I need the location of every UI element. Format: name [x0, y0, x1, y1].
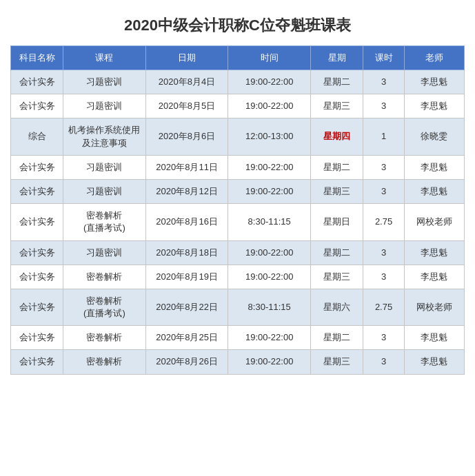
- cell-hours: 3: [363, 240, 405, 265]
- cell-time: 19:00-22:00: [228, 70, 311, 94]
- cell-time: 19:00-22:00: [228, 240, 311, 265]
- cell-teacher: 李思魁: [404, 70, 464, 94]
- cell-time: 19:00-22:00: [228, 94, 311, 118]
- cell-time: 8:30-11:15: [228, 289, 311, 325]
- cell-weekday: 星期日: [311, 204, 363, 240]
- cell-course: 习题密训: [63, 94, 146, 118]
- cell-time: 12:00-13:00: [228, 118, 311, 155]
- cell-hours: 1: [363, 118, 405, 155]
- header-teacher: 老师: [404, 46, 464, 70]
- table-row: 会计实务密卷解析2020年8月19日19:00-22:00星期三3李思魁: [11, 265, 465, 289]
- cell-subject: 会计实务: [11, 94, 63, 118]
- header-time: 时间: [228, 46, 311, 70]
- table-row: 会计实务习题密训2020年8月11日19:00-22:00星期二3李思魁: [11, 155, 465, 179]
- cell-course: 习题密训: [63, 155, 146, 179]
- cell-subject: 会计实务: [11, 179, 63, 203]
- cell-date: 2020年8月16日: [145, 204, 228, 240]
- cell-hours: 3: [363, 179, 405, 203]
- cell-weekday: 星期三: [311, 265, 363, 289]
- cell-teacher: 李思魁: [404, 155, 464, 179]
- table-row: 会计实务密卷解析 (直播考试)2020年8月16日8:30-11:15星期日2.…: [11, 204, 465, 240]
- cell-time: 19:00-22:00: [228, 179, 311, 203]
- schedule-table: 科目名称 课程 日期 时间 星期 课时 老师 会计实务习题密训2020年8月4日…: [10, 45, 465, 375]
- page-title: 2020中级会计职称C位夺魁班课表: [10, 7, 465, 45]
- cell-subject: 会计实务: [11, 240, 63, 265]
- cell-hours: 3: [363, 94, 405, 118]
- header-date: 日期: [145, 46, 228, 70]
- header-hours: 课时: [363, 46, 405, 70]
- cell-subject: 会计实务: [11, 289, 63, 325]
- cell-course: 习题密训: [63, 179, 146, 203]
- cell-subject: 会计实务: [11, 70, 63, 94]
- cell-teacher: 李思魁: [404, 240, 464, 265]
- cell-date: 2020年8月6日: [145, 118, 228, 155]
- cell-course: 密卷解析: [63, 326, 146, 350]
- cell-time: 19:00-22:00: [228, 326, 311, 350]
- cell-teacher: 李思魁: [404, 265, 464, 289]
- table-row: 会计实务密卷解析 (直播考试)2020年8月22日8:30-11:15星期六2.…: [11, 289, 465, 325]
- cell-date: 2020年8月4日: [145, 70, 228, 94]
- cell-date: 2020年8月12日: [145, 179, 228, 203]
- cell-course: 密卷解析 (直播考试): [63, 204, 146, 240]
- cell-time: 19:00-22:00: [228, 350, 311, 374]
- header-course: 课程: [63, 46, 146, 70]
- cell-date: 2020年8月25日: [145, 326, 228, 350]
- cell-teacher: 网校老师: [404, 289, 464, 325]
- cell-hours: 3: [363, 265, 405, 289]
- cell-teacher: 徐晓雯: [404, 118, 464, 155]
- cell-weekday: 星期三: [311, 94, 363, 118]
- cell-course: 密卷解析: [63, 265, 146, 289]
- cell-hours: 3: [363, 326, 405, 350]
- table-header-row: 科目名称 课程 日期 时间 星期 课时 老师: [11, 46, 465, 70]
- header-weekday: 星期: [311, 46, 363, 70]
- cell-date: 2020年8月11日: [145, 155, 228, 179]
- table-row: 会计实务习题密训2020年8月18日19:00-22:00星期二3李思魁: [11, 240, 465, 265]
- cell-weekday: 星期二: [311, 240, 363, 265]
- cell-time: 8:30-11:15: [228, 204, 311, 240]
- cell-course: 密卷解析: [63, 350, 146, 374]
- cell-date: 2020年8月26日: [145, 350, 228, 374]
- cell-subject: 会计实务: [11, 265, 63, 289]
- cell-weekday: 星期三: [311, 350, 363, 374]
- cell-time: 19:00-22:00: [228, 265, 311, 289]
- table-row: 会计实务习题密训2020年8月4日19:00-22:00星期二3李思魁: [11, 70, 465, 94]
- cell-time: 19:00-22:00: [228, 155, 311, 179]
- cell-weekday: 星期六: [311, 289, 363, 325]
- cell-hours: 2.75: [363, 289, 405, 325]
- cell-course: 习题密训: [63, 70, 146, 94]
- cell-course: 机考操作系统使用及注意事项: [63, 118, 146, 155]
- cell-hours: 3: [363, 70, 405, 94]
- cell-course: 习题密训: [63, 240, 146, 265]
- cell-weekday: 星期二: [311, 70, 363, 94]
- cell-teacher: 网校老师: [404, 204, 464, 240]
- header-subject: 科目名称: [11, 46, 63, 70]
- cell-hours: 2.75: [363, 204, 405, 240]
- cell-weekday: 星期三: [311, 179, 363, 203]
- cell-teacher: 李思魁: [404, 179, 464, 203]
- cell-teacher: 李思魁: [404, 94, 464, 118]
- cell-date: 2020年8月22日: [145, 289, 228, 325]
- cell-course: 密卷解析 (直播考试): [63, 289, 146, 325]
- table-row: 会计实务密卷解析2020年8月25日19:00-22:00星期二3李思魁: [11, 326, 465, 350]
- cell-weekday: 星期四: [311, 118, 363, 155]
- page-container: iTY 2020中级会计职称C位夺魁班课表 科目名称 课程 日期 时间 星期 课…: [0, 0, 475, 476]
- cell-subject: 会计实务: [11, 155, 63, 179]
- table-row: 会计实务习题密训2020年8月12日19:00-22:00星期三3李思魁: [11, 179, 465, 203]
- cell-subject: 会计实务: [11, 204, 63, 240]
- table-row: 综合机考操作系统使用及注意事项2020年8月6日12:00-13:00星期四1徐…: [11, 118, 465, 155]
- cell-date: 2020年8月5日: [145, 94, 228, 118]
- cell-teacher: 李思魁: [404, 350, 464, 374]
- cell-date: 2020年8月19日: [145, 265, 228, 289]
- cell-date: 2020年8月18日: [145, 240, 228, 265]
- cell-subject: 综合: [11, 118, 63, 155]
- cell-hours: 3: [363, 155, 405, 179]
- cell-weekday: 星期二: [311, 326, 363, 350]
- cell-subject: 会计实务: [11, 326, 63, 350]
- table-row: 会计实务习题密训2020年8月5日19:00-22:00星期三3李思魁: [11, 94, 465, 118]
- cell-teacher: 李思魁: [404, 326, 464, 350]
- cell-weekday: 星期二: [311, 155, 363, 179]
- cell-hours: 3: [363, 350, 405, 374]
- table-row: 会计实务密卷解析2020年8月26日19:00-22:00星期三3李思魁: [11, 350, 465, 374]
- cell-subject: 会计实务: [11, 350, 63, 374]
